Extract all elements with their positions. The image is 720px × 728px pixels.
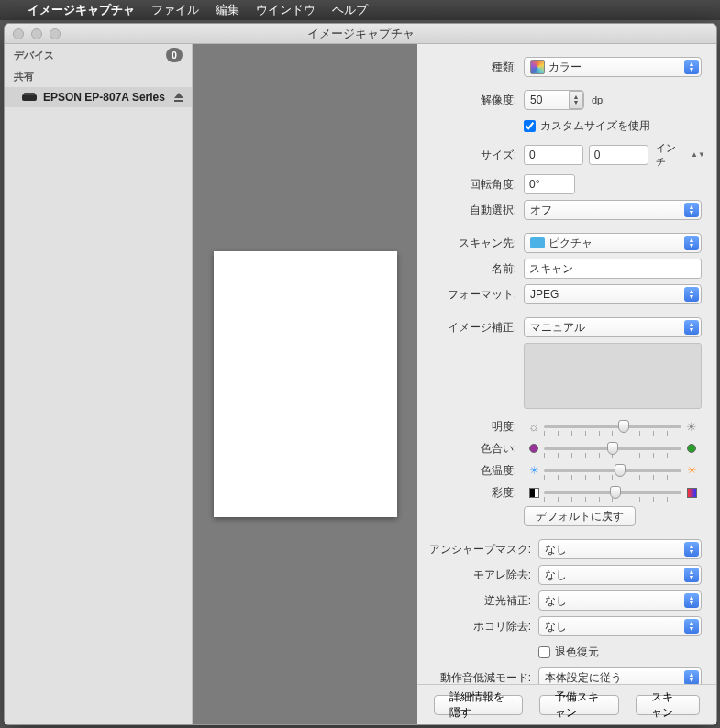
svg-rect-0	[22, 94, 37, 101]
brightness-min-icon	[527, 420, 540, 433]
sidebar-device-item[interactable]: EPSON EP-807A Series	[5, 87, 192, 107]
scan-button[interactable]: スキャン	[636, 695, 700, 715]
resolution-unit: dpi	[592, 94, 605, 105]
brightness-label: 明度:	[421, 419, 524, 435]
saturation-min-icon	[527, 486, 540, 499]
autoselect-label: 自動選択:	[421, 203, 524, 218]
color-swatch-icon	[530, 60, 545, 74]
device-name: EPSON EP-807A Series	[43, 91, 165, 104]
preview-pane[interactable]	[193, 44, 417, 724]
preview-page	[214, 251, 397, 517]
tint-max-icon	[685, 442, 698, 455]
tint-min-icon	[527, 442, 540, 455]
dust-label: ホコリ除去:	[421, 619, 538, 634]
unsharp-label: アンシャープマスク:	[421, 542, 538, 557]
brightness-slider[interactable]	[544, 418, 681, 435]
backlight-select[interactable]: なし▲▼	[538, 590, 702, 611]
svg-rect-1	[24, 93, 35, 95]
sidebar-devices-header: デバイス	[14, 49, 54, 62]
name-field[interactable]: スキャン	[524, 259, 702, 279]
rotation-field[interactable]: 0°	[524, 174, 575, 194]
folder-icon	[530, 237, 545, 248]
rotation-label: 回転角度:	[421, 177, 524, 193]
custom-size-checkbox[interactable]: カスタムサイズを使用	[524, 118, 650, 134]
size-height-field[interactable]: 0	[589, 145, 648, 165]
imagecorrection-label: イメージ補正:	[421, 320, 524, 336]
temperature-min-icon	[527, 464, 540, 477]
tint-slider[interactable]	[544, 440, 681, 457]
menubar-app-name[interactable]: イメージキャプチャ	[28, 2, 135, 18]
histogram-box	[524, 343, 702, 409]
size-label: サイズ:	[421, 148, 524, 163]
format-select[interactable]: JPEG▲▼	[524, 284, 702, 304]
menubar-edit[interactable]: 編集	[216, 2, 239, 18]
overview-scan-button[interactable]: 予備スキャン	[539, 695, 620, 715]
descreen-label: モアレ除去:	[421, 568, 538, 583]
scanto-select[interactable]: ピクチャ▲▼	[524, 233, 702, 253]
saturation-label: 彩度:	[421, 485, 524, 501]
kind-label: 種類:	[421, 60, 524, 75]
menubar-help[interactable]: ヘルプ	[332, 2, 368, 18]
reset-defaults-button[interactable]: デフォルトに戻す	[524, 506, 636, 526]
format-label: フォーマット:	[421, 287, 524, 303]
image-capture-window: イメージキャプチャ デバイス 0 共有 EPSON EP-807A Series…	[4, 23, 717, 725]
menubar-window[interactable]: ウインドウ	[256, 2, 316, 18]
quietmode-select[interactable]: 本体設定に従う▲▼	[538, 667, 702, 684]
temperature-slider[interactable]	[544, 462, 681, 479]
hide-details-button[interactable]: 詳細情報を隠す	[434, 695, 523, 715]
resolution-select[interactable]: 50▲▼	[524, 90, 584, 110]
footer-toolbar: 詳細情報を隠す 予備スキャン スキャン	[417, 684, 716, 724]
temperature-label: 色温度:	[421, 463, 524, 479]
saturation-slider[interactable]	[544, 484, 681, 501]
devices-count-badge: 0	[166, 48, 183, 62]
kind-select[interactable]: カラー ▲▼	[524, 57, 702, 77]
size-unit: インチ	[656, 141, 685, 169]
dust-select[interactable]: なし▲▼	[538, 616, 702, 636]
imagecorrection-select[interactable]: マニュアル▲▼	[524, 317, 702, 337]
sidebar-shared-header: 共有	[5, 66, 192, 87]
autoselect-select[interactable]: オフ▲▼	[524, 200, 702, 220]
name-label: 名前:	[421, 261, 524, 277]
backlight-label: 逆光補正:	[421, 593, 538, 609]
tint-label: 色合い:	[421, 441, 524, 457]
size-unit-stepper[interactable]: ▲▼	[691, 147, 702, 163]
brightness-max-icon	[685, 420, 698, 433]
descreen-select[interactable]: なし▲▼	[538, 565, 702, 585]
eject-icon[interactable]	[173, 92, 184, 103]
quietmode-label: 動作音低減モード:	[421, 670, 538, 685]
resolution-label: 解像度:	[421, 93, 524, 108]
window-title: イメージキャプチャ	[5, 26, 716, 42]
unsharp-select[interactable]: なし▲▼	[538, 539, 702, 559]
temperature-max-icon	[685, 464, 698, 477]
system-menubar: イメージキャプチャ ファイル 編集 ウインドウ ヘルプ	[0, 0, 720, 20]
sidebar: デバイス 0 共有 EPSON EP-807A Series	[5, 44, 193, 724]
scanto-label: スキャン先:	[421, 236, 524, 251]
window-titlebar: イメージキャプチャ	[5, 24, 716, 44]
size-width-field[interactable]: 0	[524, 145, 583, 165]
color-restore-checkbox[interactable]: 退色復元	[538, 645, 599, 660]
printer-icon	[21, 92, 38, 103]
menubar-file[interactable]: ファイル	[151, 2, 199, 18]
settings-panel: 種類: カラー ▲▼ 解像度: 50▲▼ dpi	[417, 44, 716, 684]
saturation-max-icon	[685, 486, 698, 499]
